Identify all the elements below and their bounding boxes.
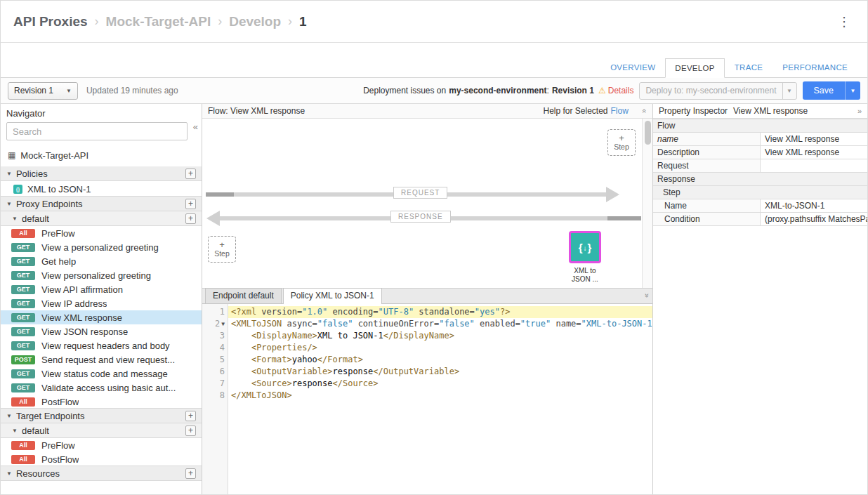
inspector-row-name: nameView XML response: [653, 133, 867, 146]
scrollbar-thumb[interactable]: [645, 121, 651, 145]
inspector-row-response: Response: [653, 173, 867, 186]
help-flow-link[interactable]: Flow: [611, 106, 629, 116]
triangle-down-icon: ▼: [6, 201, 12, 207]
method-badge: GET: [11, 271, 35, 280]
chevron-down-icon[interactable]: ▼: [782, 83, 796, 99]
add-button[interactable]: +: [185, 213, 196, 224]
deploy-to-select[interactable]: Deploy to: my-second-environment ▼: [639, 82, 796, 100]
code-line[interactable]: </XMLToJSON>: [228, 390, 652, 402]
inspector-section-label: Step: [653, 186, 867, 199]
inspector-row-step: Step: [653, 186, 867, 199]
inspector-field-value[interactable]: View XML response: [761, 133, 868, 146]
step-button-label: Step: [214, 249, 230, 258]
expand-inspector-icon[interactable]: »: [857, 107, 862, 115]
add-button[interactable]: +: [185, 199, 196, 209]
policy-label: XML to JSON-1: [27, 184, 91, 194]
nav-flow-validate-access-using-basic-aut[interactable]: GETValidate access using basic aut...: [1, 381, 202, 395]
navigator-title: Navigator: [6, 108, 46, 119]
nav-policy-xml-to-json-1[interactable]: {}XML to JSON-1: [1, 181, 202, 197]
tab-performance[interactable]: PERFORMANCE: [772, 58, 857, 77]
updated-text: Updated 19 minutes ago: [86, 86, 178, 95]
step-button-label: Step: [614, 143, 629, 152]
breadcrumb-develop[interactable]: Develop: [229, 14, 281, 29]
method-badge: All: [11, 229, 35, 238]
revision-select[interactable]: Revision 1 ▼: [8, 82, 78, 100]
xml-code-editor[interactable]: 12▼345678 <?xml version="1.0" encoding="…: [202, 304, 652, 494]
code-line[interactable]: <XMLToJSON async="false" continueOnError…: [228, 318, 652, 330]
add-button[interactable]: +: [185, 411, 196, 421]
breadcrumb-api-proxies[interactable]: API Proxies: [13, 14, 88, 29]
fold-icon[interactable]: ▼: [221, 318, 225, 330]
inspector-field-value[interactable]: [761, 159, 868, 173]
add-button[interactable]: +: [185, 169, 196, 179]
breadcrumb-chevron-icon: ›: [288, 14, 292, 29]
nav-flow-get-help[interactable]: GETGet help: [1, 254, 202, 268]
navigator-search: [6, 122, 188, 140]
add-button[interactable]: +: [185, 468, 196, 479]
inspector-field-value[interactable]: (proxy.pathsuffix MatchesPath "/x: [761, 213, 868, 226]
expand-code-panel-icon[interactable]: «: [642, 293, 650, 298]
tab-trace[interactable]: TRACE: [725, 58, 772, 77]
inspector-field-value[interactable]: View XML response: [761, 146, 868, 159]
add-button[interactable]: +: [185, 425, 196, 436]
nav-flow-view-xml-response[interactable]: GETView XML response: [1, 310, 202, 324]
flow-title: Flow: View XML response: [208, 106, 305, 116]
nav-flow-view-personalized-greeting[interactable]: GETView personalized greeting: [1, 268, 202, 282]
code-line[interactable]: <Format>yahoo</Format>: [228, 354, 652, 366]
nav-section-proxy-endpoints[interactable]: ▼Proxy Endpoints+: [1, 196, 202, 211]
nav-flow-view-json-response[interactable]: GETView JSON response: [1, 324, 202, 338]
save-dropdown-button[interactable]: ▼: [845, 81, 860, 100]
nav-flow-view-ip-address[interactable]: GETView IP address: [1, 296, 202, 310]
nav-flow-view-status-code-and-message[interactable]: GETView status code and message: [1, 367, 202, 381]
deployment-separator: :: [547, 86, 549, 95]
nav-flow-view-api-affirmation[interactable]: GETView API affirmation: [1, 282, 202, 296]
collapse-flow-panel-icon[interactable]: «: [640, 109, 649, 113]
tab-develop[interactable]: DEVELOP: [665, 58, 724, 78]
nav-flow-view-a-personalized-greeting[interactable]: GETView a personalized greeting: [1, 240, 202, 254]
code-line[interactable]: <Source>response</Source>: [228, 378, 652, 390]
nav-section-target-endpoints[interactable]: ▼Target Endpoints+: [1, 408, 202, 423]
code-tab-policy-xml-to-json-1[interactable]: Policy XML to JSON-1: [283, 288, 382, 304]
code-line[interactable]: <OutputVariable>response</OutputVariable…: [228, 366, 652, 378]
navigator-root-item[interactable]: ▦ Mock-Target-API: [1, 147, 202, 164]
nav-flow-send-request-and-view-request[interactable]: POSTSend request and view request...: [1, 352, 202, 367]
nav-flow-postflow[interactable]: AllPostFlow: [1, 452, 202, 466]
nav-flow-postflow[interactable]: AllPostFlow: [1, 395, 202, 409]
flow-label: Send request and view request...: [41, 355, 175, 365]
nav-flow-view-request-headers-and-body[interactable]: GETView request headers and body: [1, 338, 202, 352]
xml-to-json-policy-node[interactable]: {↓}: [569, 231, 601, 263]
deploy-to-select-value: Deploy to: my-second-environment: [640, 86, 782, 95]
nav-flow-preflow[interactable]: AllPreFlow: [1, 438, 202, 452]
breadcrumb-proxy-name[interactable]: Mock-Target-API: [106, 14, 211, 29]
save-split-button: Save ▼: [803, 81, 861, 100]
save-button[interactable]: Save: [803, 81, 846, 100]
inspector-field-value[interactable]: XML-to-JSON-1: [761, 199, 868, 213]
method-badge: All: [11, 455, 35, 464]
code-line[interactable]: <DisplayName>XML to JSON-1</DisplayName>: [228, 330, 652, 342]
revision-select-value: Revision 1: [14, 86, 53, 95]
nav-flow-preflow[interactable]: AllPreFlow: [1, 226, 202, 240]
request-label: REQUEST: [393, 187, 447, 199]
code-tab-endpoint-default[interactable]: Endpoint default: [205, 288, 282, 303]
add-step-button-response[interactable]: + Step: [607, 129, 636, 156]
method-badge: GET: [11, 383, 35, 392]
method-badge: GET: [11, 257, 35, 266]
nav-section-resources[interactable]: ▼Resources+: [1, 466, 202, 481]
nav-subsection-default[interactable]: ▼default+: [1, 423, 202, 438]
collapse-navigator-icon[interactable]: «: [193, 121, 198, 132]
deployment-revision: Revision 1: [552, 86, 594, 95]
search-input[interactable]: [6, 122, 188, 140]
code-line[interactable]: <Properties/>: [228, 342, 652, 354]
details-link[interactable]: Details: [608, 86, 634, 95]
method-badge: GET: [11, 243, 35, 252]
nav-subsection-default[interactable]: ▼default+: [1, 211, 202, 226]
section-label: Target Endpoints: [16, 411, 85, 421]
add-step-button-request[interactable]: + Step: [208, 236, 236, 263]
code-line[interactable]: <?xml version="1.0" encoding="UTF-8" sta…: [228, 306, 652, 318]
flow-label: View XML response: [41, 312, 122, 323]
kebab-menu-icon[interactable]: ⋮: [834, 14, 855, 29]
tab-overview[interactable]: OVERVIEW: [600, 58, 665, 77]
nav-section-policies[interactable]: ▼Policies+: [1, 166, 202, 181]
deployment-environment: my-second-environment: [449, 86, 546, 95]
code-lines[interactable]: <?xml version="1.0" encoding="UTF-8" sta…: [228, 304, 652, 494]
